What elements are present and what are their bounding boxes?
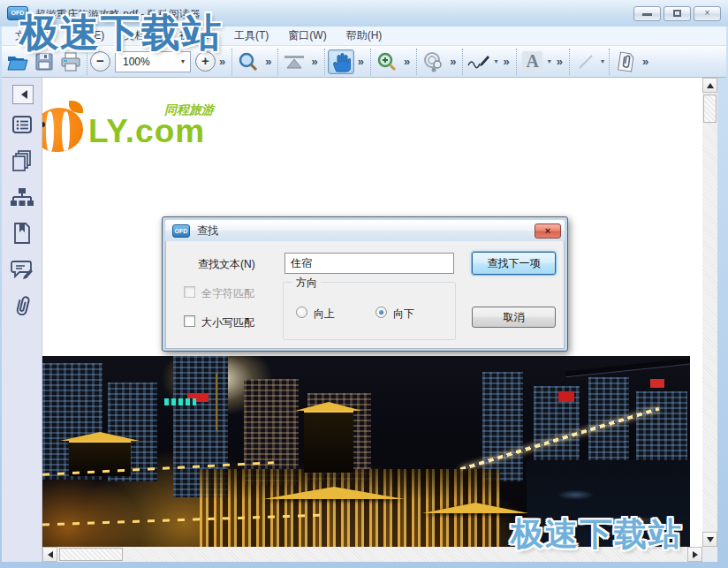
menu-tools[interactable]: 工具(T): [224, 26, 278, 46]
bookmarks-panel-button[interactable]: [8, 220, 36, 246]
find-text-input[interactable]: [284, 253, 454, 274]
toolbar-group-magnify: »: [370, 49, 416, 75]
text-tool-icon: A: [522, 51, 542, 72]
attachment-icon: [616, 51, 635, 72]
scroll-up-button[interactable]: [702, 78, 717, 93]
minimize-icon: [642, 13, 652, 16]
structure-panel-button[interactable]: [8, 184, 36, 210]
fish-eye: [42, 122, 45, 127]
vertical-scroll-thumb[interactable]: [703, 95, 717, 123]
scroll-down-button[interactable]: [702, 532, 717, 547]
find-dialog-close-button[interactable]: ×: [535, 223, 561, 239]
fit-width-icon: [283, 53, 306, 71]
line-dropdown-icon[interactable]: ▾: [599, 57, 606, 65]
magnify-group-overflow[interactable]: »: [400, 55, 413, 68]
search-button[interactable]: [235, 49, 262, 74]
photo-pavilion-body: [304, 411, 353, 473]
fit-width-button[interactable]: [281, 49, 307, 74]
collapse-arrow-icon: [17, 90, 27, 99]
case-match-checkbox[interactable]: [184, 315, 195, 327]
photo-neon-sign-red: [558, 391, 574, 402]
annotations-panel-button[interactable]: [8, 256, 36, 283]
toolbar-group-search: »: [231, 49, 277, 75]
toolbar-group-fit: »: [277, 49, 323, 75]
restore-icon: [673, 10, 681, 17]
photo-neon-sign-teal: [164, 398, 196, 405]
horizontal-scroll-thumb[interactable]: [59, 548, 123, 561]
hand-group-overflow[interactable]: »: [354, 55, 368, 68]
up-arrow-icon: [707, 80, 714, 88]
photo-street-lamp: [216, 374, 217, 430]
collapse-panel-button[interactable]: [12, 85, 34, 104]
scrollbar-corner: [702, 547, 717, 562]
search-icon: [238, 51, 259, 72]
photo-bridge-silhouette: [565, 359, 690, 378]
logo-brand-text: LY.com: [88, 113, 205, 150]
bookmark-icon: [12, 222, 32, 245]
fish-stripe: [62, 111, 70, 152]
direction-up-label: 向上: [314, 307, 335, 322]
toolbar-group-snapshot: »: [416, 49, 462, 75]
clownfish-logo-icon: [42, 108, 83, 152]
outline-panel-button[interactable]: [8, 111, 36, 138]
zoom-in-magnifier-icon: [376, 51, 398, 72]
cancel-button[interactable]: 取消: [472, 307, 556, 328]
search-group-overflow[interactable]: »: [262, 55, 275, 68]
menu-help[interactable]: 帮助(H): [337, 26, 392, 46]
text-dropdown-icon[interactable]: ▾: [546, 57, 553, 65]
menu-window[interactable]: 窗口(W): [278, 26, 336, 46]
direction-group-label: 方向: [292, 276, 321, 291]
logo-tagline: 同程旅游: [164, 102, 214, 118]
snapshot-target-icon: [421, 51, 444, 72]
attachments-panel-button[interactable]: [8, 292, 36, 319]
scroll-left-button[interactable]: [42, 547, 57, 562]
down-arrow-icon: [707, 537, 714, 546]
comment-pencil-icon: [11, 259, 34, 280]
toolbar-group-line: ▾: [569, 49, 609, 75]
full-char-match-label: 全字符匹配: [201, 286, 254, 301]
direction-down-label: 向下: [393, 307, 414, 322]
scroll-right-button[interactable]: [687, 547, 702, 562]
case-match-label: 大小写匹配: [201, 315, 254, 330]
toolbar-group-attach: »: [609, 49, 655, 75]
fish-stripe: [46, 111, 54, 152]
fit-group-overflow[interactable]: »: [307, 55, 321, 68]
direction-groupbox: 方向 向上 向下: [283, 282, 456, 340]
find-dialog-titlebar[interactable]: OFD 查找 ×: [165, 220, 565, 241]
structure-tree-icon: [10, 186, 34, 208]
line-tool-icon: [576, 52, 595, 72]
text-group-overflow[interactable]: »: [553, 55, 566, 68]
minimize-button[interactable]: [633, 6, 661, 21]
sidebar-icon-list: [2, 111, 42, 319]
pen-annotate-button[interactable]: [466, 49, 492, 74]
text-annotate-button[interactable]: A: [519, 49, 546, 74]
photo-pavilion-roof: [295, 402, 362, 411]
navigation-sidebar: [2, 78, 42, 562]
attach-file-button[interactable]: [612, 49, 639, 74]
photo-building: [482, 372, 523, 481]
find-dialog-title: 查找: [197, 223, 535, 239]
toolbar-group-pen: ▾ »: [462, 49, 515, 75]
find-next-button[interactable]: 查找下一项: [472, 252, 556, 275]
pen-squiggle-icon: [466, 53, 491, 71]
attach-group-overflow[interactable]: »: [639, 55, 652, 68]
thumbnails-panel-button[interactable]: [8, 148, 36, 174]
pen-dropdown-icon[interactable]: ▾: [492, 57, 499, 65]
find-text-label: 查找文本(N): [198, 257, 255, 272]
full-char-match-checkbox: [184, 286, 195, 298]
snapshot-group-overflow[interactable]: »: [446, 55, 459, 68]
close-button[interactable]: ×: [694, 6, 721, 21]
toolbar-group-hand: »: [324, 49, 370, 75]
line-annotate-button[interactable]: [573, 49, 599, 74]
vertical-scrollbar[interactable]: [702, 78, 717, 547]
restore-button[interactable]: [664, 6, 691, 21]
hand-icon: [331, 51, 351, 72]
page-thumbnails-icon: [11, 149, 34, 172]
pen-group-overflow[interactable]: »: [499, 55, 512, 68]
direction-down-radio[interactable]: [375, 307, 387, 318]
magnify-button[interactable]: [374, 49, 400, 74]
hand-tool-button[interactable]: [328, 49, 354, 74]
logo-brand: LY.com: [88, 113, 205, 149]
snapshot-button[interactable]: [420, 49, 446, 74]
direction-up-radio[interactable]: [296, 307, 307, 318]
